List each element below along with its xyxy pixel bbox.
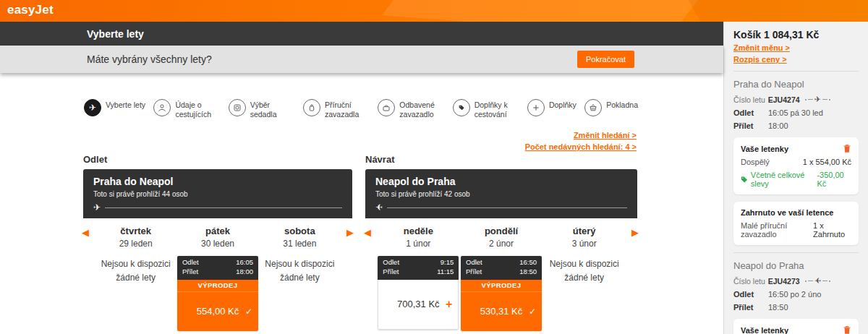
included-value: 1 x Zahrnuto bbox=[813, 221, 851, 239]
basket-total: Košík 1 084,31 Kč bbox=[733, 29, 859, 40]
day-name: neděle bbox=[377, 226, 460, 236]
day-date: 3 únor bbox=[542, 239, 626, 249]
day-date: 29 leden bbox=[95, 239, 176, 249]
passenger-row: Dospělý 1 x 554,00 Kč bbox=[741, 158, 851, 166]
depart-row: Odlet 16:50 po 2 úno bbox=[733, 290, 859, 299]
flight-panels: Odlet Praha do Neapol Toto si právě proh… bbox=[83, 154, 723, 331]
add-flight-plus-icon[interactable]: + bbox=[446, 298, 452, 311]
return-section-label: Návrat bbox=[365, 154, 637, 165]
outbound-prev-day-arrow[interactable]: ◀ bbox=[82, 227, 89, 238]
route-line bbox=[387, 207, 627, 208]
arrive-label: Přílet bbox=[733, 303, 768, 312]
change-currency-link[interactable]: Změnit měnu > bbox=[733, 43, 859, 52]
step-select-flights[interactable]: ✈ Vyberte lety bbox=[84, 99, 145, 119]
day-column: úterý 3 únor Nejsou k dispozici žádné le… bbox=[542, 226, 626, 331]
depart-label: Odlet bbox=[466, 258, 482, 267]
return-header: Neapol do Praha Toto si právě prohlíží 4… bbox=[365, 169, 637, 218]
arrive-row: Přílet 18:00 bbox=[733, 121, 859, 130]
flight-number: EJU4273 bbox=[768, 277, 800, 286]
outbound-next-day-arrow[interactable]: ▶ bbox=[346, 227, 354, 238]
recent-searches-link[interactable]: Počet nedávných hledání: 4 > bbox=[0, 142, 637, 151]
divider bbox=[733, 71, 859, 72]
step-travel-extras[interactable]: Doplňky k cestování bbox=[453, 99, 519, 119]
continue-button[interactable]: Pokračovat bbox=[577, 51, 634, 68]
plane-icon: ✈ bbox=[84, 99, 101, 116]
flight-number-row: Číslo letu EJU4273 ✈ bbox=[733, 276, 859, 286]
step-label: Doplňky k cestování bbox=[475, 99, 519, 119]
plane-icon: ✈ bbox=[375, 202, 383, 213]
easyjet-logo: easyJet bbox=[7, 3, 54, 17]
page-title: Vyberte lety bbox=[87, 28, 144, 40]
step-hold-luggage[interactable]: Odbavené zavazadlo bbox=[378, 99, 444, 119]
outbound-plane-line: ✈ bbox=[93, 202, 342, 213]
segment-route: Praha do Neapol bbox=[733, 79, 859, 90]
question-bar: Máte vybrány všechny lety? Pokračovat bbox=[0, 46, 723, 73]
basket-segment-return: Neapol do Praha Číslo letu EJU4273 ✈ Odl… bbox=[733, 260, 859, 334]
depart-time: 16:05 bbox=[236, 258, 253, 267]
return-next-day-arrow[interactable]: ▶ bbox=[631, 227, 639, 238]
route-plane-icon: ✈ bbox=[805, 276, 830, 286]
no-flights-text: Nejsou k dispozici žádné lety bbox=[259, 257, 341, 285]
day-name: sobota bbox=[259, 226, 341, 236]
outbound-days: ◀ čtvrtek 29 leden Nejsou k dispozici žá… bbox=[83, 218, 352, 331]
included-card: Zahrnuto ve vaší letence Malé příruční z… bbox=[733, 202, 859, 245]
no-flights-text: Nejsou k dispozici žádné lety bbox=[95, 257, 176, 285]
flight-card-return-available[interactable]: Odlet9:15 Přílet11:15 700,31 Kč + bbox=[378, 256, 459, 330]
brand-header: easyJet bbox=[0, 0, 868, 22]
step-label: Údaje o cestujících bbox=[175, 99, 220, 119]
hand-bag-icon bbox=[303, 99, 320, 116]
step-label: Vyberte lety bbox=[106, 99, 145, 110]
included-row: Malé příruční zavazadlo 1 x Zahrnuto bbox=[741, 221, 851, 239]
flight-number-row: Číslo letu EJU4274 ✈ bbox=[733, 95, 859, 104]
flight-card-return-selected[interactable]: Odlet16:50 Přílet18:50 VÝPRODEJ 530,31 K… bbox=[461, 256, 542, 331]
check-icon: ✓ bbox=[529, 307, 536, 317]
day-date: 2 únor bbox=[460, 239, 543, 249]
flight-price: 700,31 Kč bbox=[397, 299, 440, 309]
price-breakdown-link[interactable]: Rozpis ceny > bbox=[733, 55, 859, 64]
step-passenger-details[interactable]: Údaje o cestujících bbox=[153, 99, 220, 119]
arrive-row: Přílet 18:50 bbox=[733, 303, 859, 312]
flight-card-times: Odlet16:05 Přílet18:00 bbox=[177, 256, 258, 280]
check-icon: ✓ bbox=[245, 307, 252, 317]
route-plane-icon: ✈ bbox=[805, 95, 830, 104]
step-checkout[interactable]: Pokladna bbox=[584, 99, 638, 119]
flight-number-label: Číslo letu bbox=[733, 95, 765, 104]
tickets-card: Vaše letenky Dospělý 1 x 554,00 Kč Včetn… bbox=[733, 137, 859, 194]
day-date: 30 leden bbox=[176, 239, 258, 249]
discount-value: -350,00 Kč bbox=[817, 171, 851, 188]
no-flights-text: Nejsou k dispozici žádné lety bbox=[542, 257, 626, 285]
sale-badge: VÝPRODEJ bbox=[461, 280, 542, 292]
header-decor-facet bbox=[382, 0, 704, 22]
day-date: 1 únor bbox=[377, 239, 460, 249]
remove-flight-button[interactable] bbox=[843, 144, 851, 153]
step-seat-selection[interactable]: Výběr sedadla bbox=[229, 99, 295, 119]
flight-card-outbound-selected[interactable]: Odlet16:05 Přílet18:00 VÝPRODEJ 554,00 K… bbox=[177, 256, 258, 331]
step-label: Výběr sedadla bbox=[250, 99, 295, 119]
question-text: Máte vybrány všechny lety? bbox=[87, 53, 212, 65]
remove-flight-button[interactable] bbox=[843, 325, 851, 334]
change-search-link[interactable]: Změnit hledání > bbox=[0, 131, 637, 140]
return-route: Neapol do Praha bbox=[375, 176, 627, 187]
tag-icon bbox=[453, 99, 470, 116]
route-line bbox=[105, 207, 342, 208]
depart-label: Odlet bbox=[383, 258, 399, 267]
outbound-panel: Odlet Praha do Neapol Toto si právě proh… bbox=[83, 154, 352, 331]
step-cabin-bags[interactable]: Příruční zavazadla bbox=[303, 99, 370, 119]
outbound-section-label: Odlet bbox=[83, 154, 352, 165]
depart-value: 16:05 pá 30 led bbox=[768, 108, 823, 117]
return-prev-day-arrow[interactable]: ◀ bbox=[364, 227, 371, 238]
person-icon bbox=[153, 99, 171, 116]
flight-number: EJU4274 bbox=[768, 95, 800, 104]
arrive-label: Přílet bbox=[383, 267, 399, 277]
day-column: neděle 1 únor Odlet9:15 Přílet11:15 700,… bbox=[377, 226, 460, 331]
tickets-card-title: Vaše letenky bbox=[741, 145, 788, 153]
discount-label: Včetně celkové slevy bbox=[751, 171, 817, 188]
step-extras[interactable]: Doplňky bbox=[527, 99, 576, 119]
depart-label: Odlet bbox=[733, 108, 768, 117]
basket-segment-outbound: Praha do Neapol Číslo letu EJU4274 ✈ Odl… bbox=[733, 79, 859, 245]
plus-icon bbox=[527, 99, 545, 116]
search-links: Změnit hledání > Počet nedávných hledání… bbox=[0, 131, 637, 151]
flight-card-price-area: 554,00 Kč ✓ bbox=[177, 292, 258, 331]
arrive-time: 18:50 bbox=[519, 267, 537, 277]
day-date: 31 leden bbox=[259, 239, 341, 249]
